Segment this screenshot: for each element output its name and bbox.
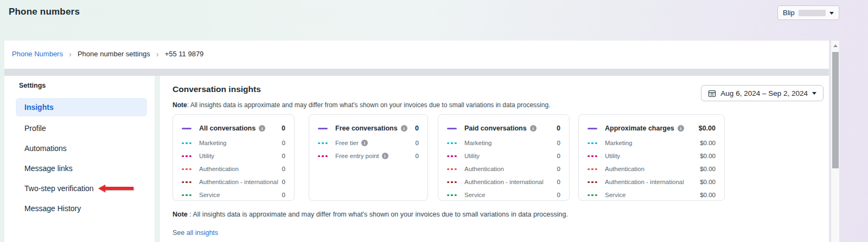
- row-label: Authentication: [199, 166, 239, 172]
- conversation-insights-panel: Conversation insights Note: All insights…: [160, 76, 829, 242]
- card-header: Approximate charges $0.00: [588, 122, 716, 135]
- scrollbar-up-button[interactable]: [831, 41, 839, 50]
- panel-heading: Conversation insights: [173, 84, 261, 94]
- breadcrumb-phone-numbers-link[interactable]: Phone Numbers: [12, 50, 63, 58]
- info-icon[interactable]: [401, 125, 407, 132]
- legend-dashed-line: [318, 155, 328, 157]
- card-title: Paid conversations: [464, 125, 527, 132]
- sidebar-items: Insights Profile Automations Message lin…: [16, 98, 147, 218]
- info-icon[interactable]: [382, 153, 388, 159]
- row-value: $0.00: [700, 179, 716, 185]
- row-label: Authentication: [605, 166, 644, 172]
- info-icon[interactable]: [361, 140, 368, 146]
- section-divider: [4, 69, 829, 76]
- legend-dashed-line: [447, 194, 457, 196]
- row-label: Authentication - international: [199, 179, 278, 185]
- legend-solid-line: [447, 128, 457, 129]
- breadcrumb-settings-crumb: Phone number settings: [78, 50, 150, 58]
- legend-dashed-line: [182, 168, 192, 170]
- legend-dashed-line: [588, 168, 597, 170]
- vertical-scrollbar[interactable]: [831, 41, 839, 242]
- see-prefix: See: [173, 229, 187, 237]
- insights-note-top: Note: All insights data is approximate a…: [173, 101, 550, 109]
- row-value: 0: [416, 153, 419, 159]
- card-header: All conversations 0: [182, 122, 285, 135]
- row-value: $0.00: [700, 153, 716, 159]
- card-title: All conversations: [199, 125, 256, 132]
- legend-dashed-line: [182, 142, 192, 144]
- card-row: Free tier 0: [318, 136, 419, 149]
- card-paid-conversations: Paid conversations 0 Marketing 0 Utility…: [438, 114, 570, 201]
- card-header: Free conversations 0: [318, 122, 419, 135]
- legend-dashed-line: [318, 142, 328, 144]
- card-row: Authentication - international 0: [182, 175, 285, 188]
- breadcrumb-bar: Phone Numbers › Phone number settings › …: [4, 41, 829, 69]
- note-label: Note: [173, 101, 187, 109]
- sidebar-item-label: Profile: [24, 124, 46, 133]
- info-icon[interactable]: [530, 125, 537, 132]
- see-all-insights-line: See all insights: [173, 229, 218, 237]
- business-selector-dropdown[interactable]: Blip: [777, 5, 839, 20]
- row-label: Service: [199, 192, 220, 198]
- row-label: Service: [605, 192, 626, 198]
- row-value: 0: [282, 140, 285, 146]
- triangle-up-icon: [833, 42, 838, 47]
- sidebar-item-automations[interactable]: Automations: [16, 138, 147, 158]
- info-icon[interactable]: [259, 125, 265, 132]
- date-range-picker[interactable]: Aug 6, 2024 – Sep 2, 2024: [701, 85, 824, 101]
- info-icon[interactable]: [678, 125, 684, 132]
- redacted-business-name: [799, 10, 826, 16]
- row-value: 0: [557, 153, 560, 159]
- sidebar-item-profile[interactable]: Profile: [16, 118, 147, 138]
- card-row: Service $0.00: [588, 188, 716, 201]
- card-approximate-charges: Approximate charges $0.00 Marketing $0.0…: [578, 114, 725, 201]
- row-label: Utility: [605, 153, 620, 159]
- all-insights-link[interactable]: all insights: [187, 229, 218, 237]
- card-value: $0.00: [699, 125, 716, 132]
- row-value: 0: [282, 153, 285, 159]
- row-value: 0: [557, 179, 560, 185]
- card-row: Marketing 0: [182, 136, 285, 149]
- legend-dashed-line: [588, 142, 597, 144]
- card-header: Paid conversations 0: [447, 122, 560, 135]
- business-selector-label: Blip: [783, 9, 795, 17]
- legend-dashed-line: [588, 181, 597, 183]
- page-title: Phone numbers: [9, 6, 80, 17]
- card-row: Marketing 0: [447, 136, 560, 149]
- sidebar-item-label: Insights: [24, 103, 54, 112]
- note-text: : All insights data is approximate and m…: [187, 101, 551, 109]
- sidebar-item-label: Automations: [24, 144, 67, 153]
- sidebar-item-two-step-verification[interactable]: Two-step verification: [16, 178, 147, 198]
- scrollbar-thumb[interactable]: [832, 52, 839, 168]
- card-row: Service 0: [447, 188, 560, 201]
- legend-solid-line: [318, 128, 328, 129]
- row-label: Utility: [464, 153, 480, 159]
- card-row: Authentication 0: [447, 162, 560, 175]
- card-row: Utility 0: [182, 149, 285, 162]
- sidebar-item-insights[interactable]: Insights: [16, 98, 147, 116]
- row-value: 0: [557, 140, 560, 146]
- chevron-down-icon: [829, 12, 834, 17]
- sidebar-item-label: Message History: [24, 204, 81, 213]
- row-value: 0: [557, 192, 560, 198]
- date-range-label: Aug 6, 2024 – Sep 2, 2024: [720, 89, 808, 97]
- card-row: Authentication - international 0: [447, 175, 560, 188]
- calendar-icon: [708, 89, 716, 97]
- insight-cards-row: All conversations 0 Marketing 0 Utility …: [173, 114, 725, 201]
- sidebar-item-message-links[interactable]: Message links: [16, 158, 147, 178]
- row-label: Authentication: [464, 166, 504, 172]
- legend-dashed-line: [588, 194, 597, 196]
- card-row: Authentication - international $0.00: [588, 175, 716, 188]
- row-label: Free entry point: [335, 153, 379, 159]
- sidebar-item-message-history[interactable]: Message History: [16, 198, 147, 218]
- row-label: Marketing: [199, 140, 227, 146]
- row-value: 0: [557, 166, 560, 172]
- card-row: Utility 0: [447, 149, 560, 162]
- chevron-down-icon: [812, 92, 816, 97]
- sidebar-item-label: Message links: [24, 164, 73, 173]
- row-label: Authentication - international: [605, 179, 684, 185]
- insights-note-bottom: Note : All insights data is approximate …: [173, 211, 568, 218]
- card-row: Marketing $0.00: [588, 136, 716, 149]
- legend-dashed-line: [447, 168, 457, 170]
- row-label: Marketing: [464, 140, 492, 146]
